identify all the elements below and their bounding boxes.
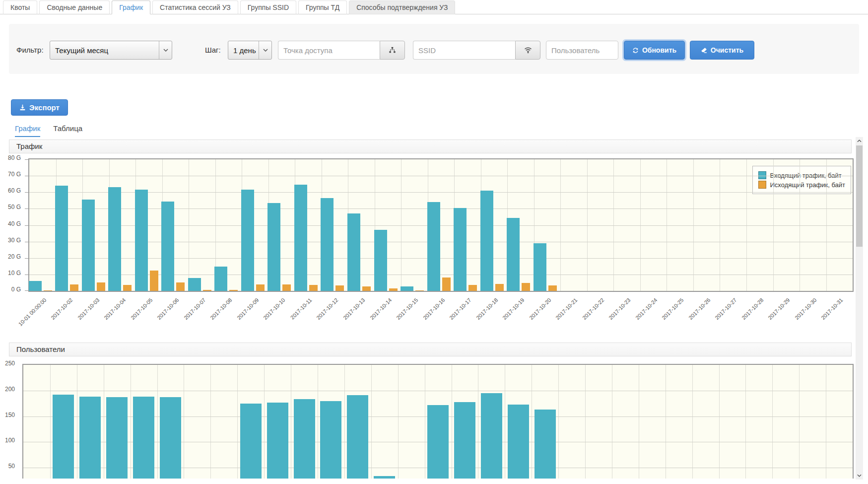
bar-incoming-traffic	[374, 230, 387, 291]
export-button[interactable]: Экспорт	[11, 99, 68, 116]
bar-incoming-traffic	[267, 203, 280, 291]
vertical-scrollbar[interactable]	[856, 137, 863, 480]
refresh-button[interactable]: Обновить	[624, 41, 685, 60]
step-select[interactable]: 1 день	[228, 41, 272, 60]
bar-users	[481, 393, 502, 479]
gridline-vertical	[505, 365, 505, 479]
bar-outgoing-traffic	[335, 285, 344, 291]
legend-item-outgoing: Исходящий трафик, байт	[758, 181, 845, 189]
access-point-input[interactable]	[278, 41, 380, 60]
chevron-down-icon	[159, 41, 172, 59]
tab-grafik[interactable]: График	[112, 0, 150, 14]
bar-outgoing-traffic	[282, 284, 291, 291]
export-button-label: Экспорт	[29, 103, 60, 112]
bar-incoming-traffic	[29, 281, 42, 291]
bar-outgoing-traffic	[203, 290, 211, 291]
y-axis-tick	[25, 208, 28, 209]
tab-svodnye-dannye[interactable]: Сводные данные	[39, 0, 110, 14]
gridline-vertical	[157, 365, 158, 479]
gridline-vertical	[719, 365, 720, 479]
chevron-down-icon	[259, 41, 271, 59]
tab-gruppy-ssid[interactable]: Группы SSID	[240, 0, 296, 14]
clear-button-label: Очистить	[711, 46, 743, 54]
user-input[interactable]	[546, 41, 618, 60]
bar-users	[294, 399, 315, 479]
bar-incoming-traffic	[214, 267, 227, 291]
bar-incoming-traffic	[454, 208, 467, 291]
bar-outgoing-traffic	[44, 290, 52, 291]
y-axis-label: 20 G	[8, 253, 21, 260]
y-axis-tick	[25, 176, 28, 176]
ssid-picker-button[interactable]	[515, 41, 540, 60]
bar-users	[454, 402, 475, 479]
bar-outgoing-traffic	[97, 282, 105, 291]
clear-button[interactable]: Очистить	[690, 41, 754, 60]
chevron-down-icon	[857, 474, 862, 477]
gridline-vertical	[692, 365, 693, 479]
tab-gruppy-td[interactable]: Группы ТД	[298, 0, 347, 14]
filter-panel: Фильтр: Текущий месяц Шаг: 1 день	[9, 24, 859, 74]
bar-incoming-traffic	[188, 278, 201, 291]
view-subtabs: График Таблица	[15, 124, 82, 137]
bar-outgoing-traffic	[389, 288, 398, 291]
legend-label-incoming: Входящий трафик, байт	[770, 172, 842, 179]
scrollbar-thumb[interactable]	[856, 145, 863, 247]
traffic-y-axis: 80 G70 G60 G50 G40 G30 G20 G10 G0 G	[0, 158, 25, 290]
y-axis-label: 100	[5, 437, 15, 444]
gridline-vertical	[131, 365, 131, 479]
traffic-chart: Входящий трафик, байт Исходящий трафик, …	[28, 158, 854, 292]
gridline-horizontal	[29, 258, 853, 259]
gridline-vertical	[264, 365, 265, 479]
tab-sposoby-podtverzhdeniya[interactable]: Способы подтверждения УЗ	[349, 0, 455, 14]
y-axis-label: 80 G	[8, 154, 21, 161]
subtab-table[interactable]: Таблица	[53, 124, 82, 137]
traffic-x-axis: 10-01 00:00:002017-10-022017-10-032017-1…	[28, 293, 852, 333]
bar-outgoing-traffic	[229, 290, 238, 291]
bar-outgoing-traffic	[362, 286, 371, 291]
access-point-picker-button[interactable]	[380, 41, 405, 60]
bar-incoming-traffic	[108, 187, 121, 291]
bar-users	[320, 401, 341, 479]
gridline-vertical	[639, 365, 639, 479]
tab-kvoty[interactable]: Квоты	[3, 0, 37, 14]
download-icon	[19, 104, 26, 111]
bar-incoming-traffic	[427, 202, 440, 291]
bar-incoming-traffic	[82, 200, 95, 291]
ssid-input[interactable]	[413, 41, 515, 60]
gridline-vertical	[612, 365, 612, 479]
subtab-chart[interactable]: График	[15, 124, 40, 137]
bar-outgoing-traffic	[256, 284, 265, 291]
bar-outgoing-traffic	[548, 285, 557, 291]
bar-users	[267, 403, 288, 479]
gridline-vertical	[826, 365, 826, 479]
scroll-down-button[interactable]	[856, 472, 863, 480]
filter-label: Фильтр:	[16, 41, 44, 60]
gridline-vertical	[532, 365, 532, 479]
gridline-vertical	[210, 365, 211, 479]
users-chart	[22, 364, 854, 479]
gridline-horizontal	[29, 192, 853, 193]
tab-statistika-sessiy[interactable]: Статистика сессий УЗ	[152, 0, 238, 14]
bar-outgoing-traffic	[150, 271, 158, 291]
users-y-axis: 25020015010050	[0, 364, 19, 478]
gridline-vertical	[237, 365, 238, 479]
y-axis-label: 70 G	[8, 171, 21, 178]
y-axis-label: 200	[5, 386, 15, 393]
y-axis-tick	[25, 275, 28, 275]
gridline-horizontal	[29, 208, 853, 209]
y-axis-tick	[25, 225, 28, 226]
sitemap-icon	[389, 47, 396, 54]
y-axis-label: 50	[8, 463, 15, 470]
gridline-vertical	[398, 365, 399, 479]
bar-incoming-traffic	[294, 185, 307, 291]
y-axis-label: 30 G	[8, 237, 21, 244]
gridline-vertical	[452, 365, 452, 479]
bar-incoming-traffic	[347, 213, 360, 291]
bar-users	[240, 404, 262, 479]
bar-incoming-traffic	[321, 198, 334, 291]
period-select[interactable]: Текущий месяц	[50, 41, 172, 60]
gridline-vertical	[318, 365, 318, 479]
gridline-vertical	[50, 365, 51, 479]
refresh-button-label: Обновить	[642, 46, 676, 54]
scroll-up-button[interactable]	[856, 137, 863, 145]
